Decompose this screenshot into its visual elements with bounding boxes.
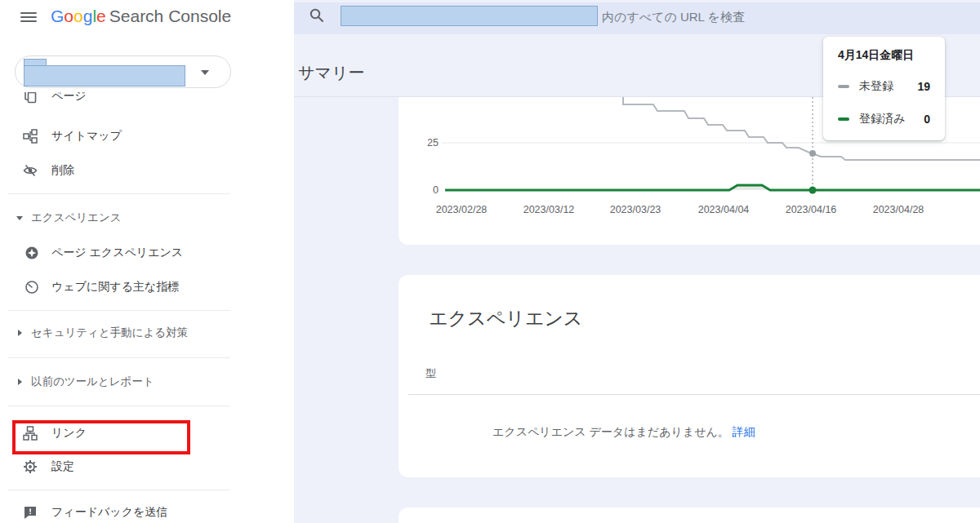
sidebar-item-settings[interactable]: 設定 — [0, 455, 245, 478]
page-title: サマリー — [298, 62, 364, 84]
logo-letter: o — [64, 7, 74, 25]
sidebar-section-experience[interactable]: エクスペリエンス — [0, 206, 245, 229]
svg-text:2023/04/04: 2023/04/04 — [698, 204, 750, 215]
triangle-right-icon — [18, 330, 22, 336]
sidebar-divider — [8, 490, 230, 490]
series-swatch-registered — [838, 117, 849, 122]
sidebar-item-sitemaps[interactable]: サイトマップ — [0, 125, 245, 148]
chart-tooltip: 4月14日金曜日 未登録 19 登録済み 0 — [823, 37, 945, 140]
sidebar-section-security[interactable]: セキュリティと手動による対策 — [0, 321, 245, 344]
sidebar-item-links[interactable]: リンク — [0, 422, 245, 445]
sidebar-item-label: ページ — [51, 92, 87, 104]
svg-text:2023/04/28: 2023/04/28 — [873, 204, 924, 215]
logo-product-name: Search Console — [109, 7, 231, 25]
visibility-off-icon — [23, 163, 38, 178]
sidebar-item-label: ページ エクスペリエンス — [51, 246, 183, 260]
table-header-divider — [408, 394, 980, 395]
sidebar-section-label: セキュリティと手動による対策 — [31, 326, 188, 340]
sitemap-icon — [23, 129, 38, 144]
account-tree-icon — [23, 426, 38, 441]
svg-text:2023/03/12: 2023/03/12 — [523, 204, 575, 215]
sidebar-item-label: フィードバックを送信 — [51, 505, 167, 520]
sidebar-item-pages-clipped[interactable]: ページ — [0, 92, 245, 110]
svg-text:2023/02/28: 2023/02/28 — [436, 204, 488, 215]
logo-letter: o — [74, 7, 83, 25]
google-search-console-app: GoogleSearch Console 内のすべての URL を検査 ページ … — [0, 0, 980, 523]
sidebar-item-send-feedback[interactable]: フィードバックを送信 — [0, 501, 245, 523]
svg-text:25: 25 — [427, 137, 439, 148]
tooltip-series-value: 0 — [924, 113, 930, 126]
logo-letter: G — [51, 7, 64, 25]
logo-letter: e — [96, 7, 106, 25]
experience-column-header-type[interactable]: 型 — [425, 366, 436, 381]
gear-icon — [23, 459, 38, 474]
sidebar-item-page-experience[interactable]: ページ エクスペリエンス — [0, 242, 245, 264]
app-logo: GoogleSearch Console — [51, 7, 231, 26]
svg-text:2023/04/16: 2023/04/16 — [786, 204, 837, 215]
triangle-down-icon — [16, 216, 23, 220]
sidebar-item-core-web-vitals[interactable]: ウェブに関する主な指標 — [0, 276, 245, 299]
experience-empty-state: エクスペリエンス データはまだありません。 詳細 — [492, 425, 755, 440]
sidebar-item-label: 削除 — [51, 163, 74, 178]
next-section-card — [399, 507, 980, 523]
sidebar-divider — [8, 406, 230, 406]
page-experience-icon — [24, 246, 39, 260]
sidebar-section-legacy-tools[interactable]: 以前のツールとレポート — [0, 370, 245, 393]
sidebar-item-label: 設定 — [51, 459, 74, 474]
url-inspection-hint[interactable]: 内のすべての URL を検査 — [602, 7, 745, 27]
sidebar-item-removals[interactable]: 削除 — [0, 159, 245, 182]
tooltip-row: 登録済み 0 — [838, 112, 930, 126]
sidebar-divider — [8, 193, 230, 194]
sidebar-section-label: 以前のツールとレポート — [31, 375, 154, 389]
details-link[interactable]: 詳細 — [733, 425, 755, 438]
sidebar-section-label: エクスペリエンス — [31, 211, 122, 225]
search-icon — [309, 7, 325, 24]
sidebar-item-label: リンク — [51, 426, 87, 441]
tooltip-series-value: 19 — [917, 80, 930, 93]
chevron-down-icon[interactable] — [201, 70, 209, 75]
tooltip-series-label: 登録済み — [859, 112, 905, 126]
empty-state-text: エクスペリエンス データはまだありません。 — [492, 425, 729, 438]
sidebar-item-label: サイトマップ — [51, 129, 122, 144]
sidebar-divider — [8, 310, 230, 311]
sidebar-divider — [8, 357, 230, 358]
experience-card-title: エクスペリエンス — [429, 306, 582, 331]
logo-letter: g — [83, 7, 93, 25]
url-inspection-input-redacted[interactable] — [341, 6, 598, 26]
svg-text:2023/03/23: 2023/03/23 — [610, 204, 662, 215]
feedback-icon — [23, 505, 38, 520]
experience-card: エクスペリエンス 型 エクスペリエンス データはまだありません。 詳細 — [399, 275, 980, 477]
sidebar-item-label: ウェブに関する主な指標 — [51, 280, 179, 295]
pages-icon — [23, 92, 38, 104]
svg-text:0: 0 — [433, 184, 439, 196]
series-swatch-unregistered — [838, 85, 849, 89]
gauge-icon — [24, 280, 39, 295]
tooltip-date: 4月14日金曜日 — [838, 48, 930, 63]
property-name-redacted — [24, 65, 185, 86]
hamburger-menu-icon[interactable] — [20, 10, 37, 24]
triangle-right-icon — [18, 379, 22, 385]
tooltip-row: 未登録 19 — [838, 79, 930, 94]
tooltip-series-label: 未登録 — [859, 79, 893, 94]
